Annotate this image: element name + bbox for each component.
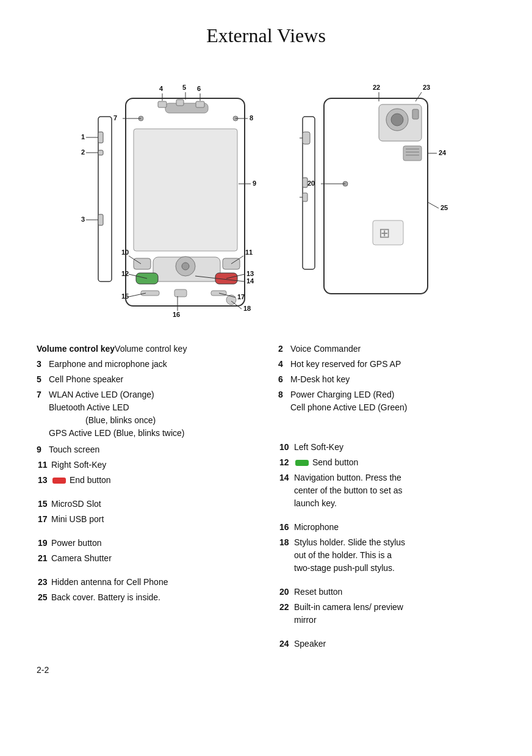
legend-item-3: 3 Earphone and microphone jack [37,358,254,371]
svg-point-64 [391,114,403,126]
legend-item-8: 8 Power Charging LED (Red) Cell phone Ac… [278,388,495,414]
legend-item-10: 10 Left Soft-Key [278,441,495,454]
svg-line-73 [415,92,422,101]
legend-item-19: 19 Power button [37,537,254,550]
svg-rect-5 [134,129,237,251]
svg-text:8: 8 [250,114,253,122]
svg-text:23: 23 [423,84,430,91]
svg-text:13: 13 [246,270,254,277]
svg-text:18: 18 [243,305,251,312]
back-device-diagram: ⊞ 22 23 19 20 21 24 [300,80,452,312]
page-number: 2-2 [37,665,495,675]
legend-item-5: 5 Cell Phone speaker [37,373,254,386]
svg-rect-83 [403,146,422,161]
svg-rect-20 [174,289,187,297]
svg-rect-60 [303,178,307,187]
svg-text:14: 14 [246,277,254,285]
legend-item-22: 22 Built-in camera lens/ previewmirror [278,601,495,627]
front-device-diagram: 4 5 6 7 8 9 1 2 3 [80,62,275,324]
svg-text:7: 7 [113,114,117,122]
legend-item-7: 7 WLAN Active LED (Orange) Bluetooth Act… [37,388,254,440]
legend-item-13: 13 End button [37,474,254,487]
legend-item-24: 24 Speaker [278,638,495,650]
svg-text:20: 20 [307,180,315,187]
legend-item-9: 9 Touch screen [37,443,254,456]
svg-text:2: 2 [81,148,85,156]
svg-text:11: 11 [245,249,253,256]
svg-text:1: 1 [81,133,85,140]
legend-item-18: 18 Stylus holder. Slide the stylusout of… [278,536,495,575]
svg-text:12: 12 [121,270,129,277]
legend-item-16: 16 Microphone [278,521,495,534]
svg-rect-69 [303,132,310,144]
svg-text:4: 4 [159,85,164,92]
svg-rect-2 [98,150,103,155]
end-icon [52,478,66,484]
legend-item-4: 4 Hot key reserved for GPS AP [278,358,495,371]
svg-rect-65 [412,109,419,119]
diagram-area: 4 5 6 7 8 9 1 2 3 [37,62,495,324]
svg-rect-13 [134,258,151,269]
svg-text:10: 10 [121,249,129,256]
legend-item-11: 11 Right Soft-Key [37,459,254,471]
svg-text:24: 24 [439,149,447,156]
svg-text:25: 25 [440,204,448,211]
legend-item-2: 2 Voice Commander [278,343,495,355]
svg-rect-8 [176,100,184,106]
legend-item-1: Volume control key Volume control key [37,343,254,355]
svg-text:3: 3 [81,216,85,223]
legend-item-25: 25 Back cover. Battery is inside. [37,591,254,604]
svg-text:15: 15 [121,293,129,300]
svg-line-87 [428,202,439,208]
svg-text:9: 9 [253,180,256,187]
svg-rect-21 [211,291,226,296]
svg-point-18 [182,263,189,270]
svg-rect-7 [158,101,167,107]
legend-item-14: 14 Navigation button. Press thecenter of… [278,471,495,510]
svg-rect-9 [196,101,204,107]
legend-section: Volume control key Volume control key 3 … [37,343,495,653]
svg-rect-1 [98,132,103,143]
send-icon [295,460,309,466]
legend-item-21: 21 Camera Shutter [37,552,254,565]
legend-item-23: 23 Hidden antenna for Cell Phone [37,576,254,589]
svg-rect-70 [303,193,307,202]
svg-text:17: 17 [237,293,245,300]
legend-item-15: 15 MicroSD Slot [37,498,254,511]
page-title: External Views [37,24,495,47]
legend-item-12: 12 Send button [278,456,495,469]
svg-rect-3 [98,214,103,225]
svg-text:6: 6 [197,85,201,92]
legend-item-6: 6 M-Desk hot key [278,373,495,386]
legend-item-17: 17 Mini USB port [37,513,254,526]
svg-text:22: 22 [373,84,380,91]
legend-item-20: 20 Reset button [278,586,495,598]
svg-rect-19 [141,291,159,296]
svg-text:⊞: ⊞ [379,225,390,241]
svg-text:5: 5 [182,84,186,91]
svg-text:16: 16 [173,311,180,318]
